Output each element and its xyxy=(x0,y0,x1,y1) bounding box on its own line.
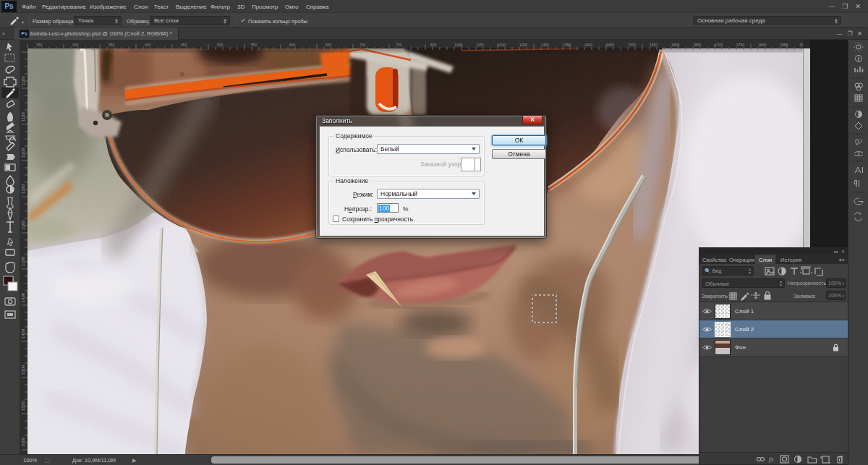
svg-text:1350: 1350 xyxy=(563,43,571,47)
svg-text:1400: 1400 xyxy=(584,43,592,47)
svg-text:1250: 1250 xyxy=(21,184,25,194)
svg-text:800: 800 xyxy=(430,43,437,47)
svg-text:1350: 1350 xyxy=(21,256,25,266)
svg-text:1700: 1700 xyxy=(715,43,723,47)
svg-text:550: 550 xyxy=(251,43,258,47)
svg-text:250: 250 xyxy=(36,43,43,47)
svg-text:450: 450 xyxy=(181,43,187,47)
svg-text:fx: fx xyxy=(769,456,774,463)
svg-text:1200: 1200 xyxy=(498,43,506,47)
svg-text:1250: 1250 xyxy=(519,43,527,47)
svg-text:750: 750 xyxy=(396,43,402,47)
svg-text:1150: 1150 xyxy=(21,111,25,121)
svg-text:600: 600 xyxy=(289,43,296,47)
svg-text:1550: 1550 xyxy=(650,43,658,47)
svg-text:1850: 1850 xyxy=(780,43,788,47)
svg-text:400: 400 xyxy=(145,43,151,47)
svg-text:190: 190 xyxy=(799,43,803,47)
svg-text:1500: 1500 xyxy=(21,364,25,375)
svg-text:1100: 1100 xyxy=(454,43,462,47)
svg-text:1750: 1750 xyxy=(736,43,744,47)
svg-text:1600: 1600 xyxy=(671,43,679,47)
svg-text:500: 500 xyxy=(217,43,224,47)
svg-text:1300: 1300 xyxy=(541,43,549,47)
svg-text:1800: 1800 xyxy=(758,43,766,47)
svg-text:1200: 1200 xyxy=(21,148,25,158)
svg-text:1500: 1500 xyxy=(628,43,636,47)
svg-text:1550: 1550 xyxy=(21,401,25,411)
svg-text:1100: 1100 xyxy=(21,75,25,85)
svg-text:300: 300 xyxy=(72,43,79,47)
svg-text:1400: 1400 xyxy=(21,292,25,302)
svg-text:1450: 1450 xyxy=(606,43,614,47)
svg-text:350: 350 xyxy=(109,43,115,47)
svg-text:1600: 1600 xyxy=(21,437,25,447)
svg-text:700: 700 xyxy=(359,43,366,47)
svg-text:1650: 1650 xyxy=(693,43,701,47)
svg-text:1450: 1450 xyxy=(21,328,25,338)
svg-text:650: 650 xyxy=(326,43,332,47)
svg-text:1300: 1300 xyxy=(21,220,25,230)
svg-text:1150: 1150 xyxy=(476,43,484,47)
